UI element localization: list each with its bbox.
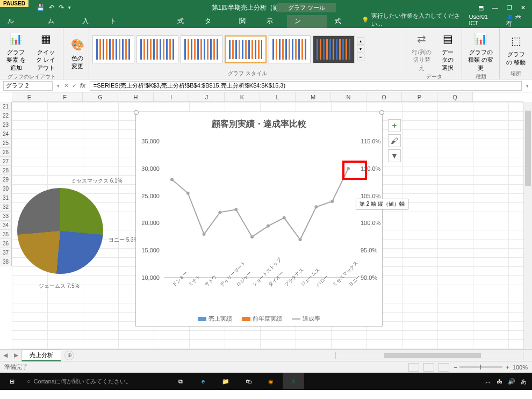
row-header[interactable]: 28 (0, 166, 12, 175)
row-header[interactable]: 22 (0, 111, 12, 120)
move-chart-button[interactable]: ⬚グラフの 移動 (503, 31, 529, 67)
add-chart-element-button[interactable]: 📊グラフ要素 を追加 (3, 29, 28, 72)
row-header[interactable]: 26 (0, 148, 12, 157)
col-header[interactable]: O (366, 92, 402, 101)
task-view-icon[interactable]: ⧉ (170, 373, 191, 389)
style-thumb[interactable] (269, 35, 311, 63)
zoom-out-icon[interactable]: − (454, 364, 457, 371)
explorer-icon[interactable]: 📁 (215, 373, 236, 389)
row-header[interactable]: 35 (0, 230, 12, 239)
quick-layout-button[interactable]: ▦クイック レイアウト (32, 29, 60, 72)
gallery-up-icon[interactable]: ▴ (357, 38, 364, 45)
view-pagebreak-button[interactable] (438, 363, 449, 372)
col-header[interactable]: K (225, 92, 260, 101)
row-header[interactable]: 34 (0, 221, 12, 230)
row-header[interactable]: 36 (0, 239, 12, 248)
row-header[interactable]: 27 (0, 157, 12, 166)
tray-network-icon[interactable]: 🖧 (497, 378, 502, 385)
col-header[interactable]: I (154, 92, 189, 101)
col-header[interactable]: N (331, 92, 366, 101)
row-header[interactable]: 30 (0, 184, 12, 193)
combo-chart[interactable]: 顧客別実績・達成率比較 10,00015,00020,00025,00030,0… (135, 112, 383, 327)
gallery-down-icon[interactable]: ▾ (357, 46, 364, 53)
zoom-slider[interactable]: − ＋ 100% (454, 363, 528, 371)
change-chart-type-button[interactable]: 📊グラフの種類 の変更 (465, 29, 496, 72)
qat-undo-icon[interactable]: ↶ (49, 4, 54, 11)
excel-taskbar-icon[interactable]: X (283, 373, 304, 389)
close-button[interactable]: ✕ (521, 4, 526, 11)
chart-styles-button[interactable]: 🖌 (388, 134, 401, 147)
row-header[interactable]: 23 (0, 120, 12, 129)
col-header[interactable]: G (83, 92, 118, 101)
col-header[interactable]: L (260, 92, 296, 101)
view-layout-button[interactable] (423, 363, 434, 372)
row-header[interactable]: 33 (0, 212, 12, 221)
chart-title[interactable]: 顧客別実績・達成率比較 (136, 112, 382, 136)
chart-elements-button[interactable]: ＋ (388, 119, 401, 132)
ribbon-display-icon[interactable]: ⬒ (478, 4, 484, 11)
style-thumb-selected[interactable] (225, 35, 267, 63)
add-sheet-button[interactable]: ⊕ (64, 351, 74, 360)
style-thumb[interactable] (92, 35, 134, 63)
y-axis[interactable]: 10,00015,00020,00025,00030,00035,000 (136, 141, 162, 278)
row-header[interactable]: 32 (0, 202, 12, 212)
gallery-more-icon[interactable]: ≡ (357, 54, 364, 61)
name-box[interactable] (3, 81, 53, 91)
chart-filters-button[interactable]: ▼ (388, 149, 401, 162)
col-header[interactable]: H (118, 92, 154, 101)
sheet-tab-active[interactable]: 売上分析 (21, 350, 61, 361)
view-normal-button[interactable] (408, 363, 419, 372)
horizontal-scrollbar[interactable] (335, 352, 523, 359)
cancel-formula-icon[interactable]: ✕ (64, 82, 69, 89)
pie-chart[interactable] (17, 188, 103, 274)
enter-formula-icon[interactable]: ✓ (72, 82, 77, 89)
change-colors-button[interactable]: 🎨色の 変更 (67, 35, 88, 71)
tray-ime[interactable]: あ (521, 378, 527, 386)
switch-row-col-button[interactable]: ⇄行/列の 切り替え (409, 29, 434, 72)
sheet-nav-prev-icon[interactable]: ◀ (0, 352, 11, 359)
col-header[interactable]: M (296, 92, 331, 101)
qat-redo-icon[interactable]: ↷ (59, 4, 64, 11)
tray-up-icon[interactable]: ︿ (485, 378, 491, 386)
qat-more-icon[interactable]: ▾ (68, 5, 71, 10)
row-header[interactable]: 25 (0, 139, 12, 148)
row-header[interactable]: 21 (0, 102, 12, 111)
formula-bar[interactable] (90, 81, 522, 91)
store-icon[interactable]: 🛍 (238, 373, 259, 389)
qat-save-icon[interactable]: 💾 (37, 4, 45, 11)
col-header[interactable]: F (47, 92, 83, 101)
style-thumb[interactable] (181, 35, 222, 63)
row-header[interactable]: 38 (0, 257, 12, 266)
chart-line-series[interactable] (164, 141, 356, 278)
restore-button[interactable]: ❐ (507, 4, 512, 11)
app-icon[interactable]: ◉ (260, 373, 282, 389)
start-button[interactable]: ⊞ (1, 373, 23, 389)
vertical-scrollbar[interactable] (523, 102, 532, 349)
tell-me-box[interactable]: 💡 実行したい作業を入力してください... (362, 12, 469, 28)
tray-volume-icon[interactable]: 🔊 (508, 378, 515, 385)
group-label-location: 場所 (503, 69, 529, 78)
col-header[interactable]: E (12, 92, 47, 101)
group-label-type: 種類 (465, 72, 496, 81)
style-thumb[interactable] (313, 35, 355, 63)
fx-icon[interactable]: fx (80, 82, 85, 89)
col-header[interactable]: P (402, 92, 437, 101)
cortana-search[interactable]: ○ Cortanaに何か聞いてみてください。 (24, 378, 169, 386)
minimize-button[interactable]: — (492, 4, 498, 11)
x-axis[interactable]: ドンキーミナトサトウデイリーマートロジャーショートストップダイオープラタナスジェ… (164, 278, 356, 307)
row-header[interactable]: 31 (0, 193, 12, 202)
col-header[interactable]: Q (437, 92, 473, 101)
style-thumb[interactable] (136, 35, 178, 63)
row-header[interactable]: 24 (0, 129, 12, 139)
select-data-button[interactable]: ▤データの 選択 (437, 29, 458, 72)
row-header[interactable]: 37 (0, 248, 12, 257)
chart-styles-gallery[interactable]: ▴▾≡ (92, 29, 402, 69)
zoom-in-icon[interactable]: ＋ (505, 363, 511, 371)
user-label[interactable]: User01 ICT (469, 13, 499, 26)
edge-icon[interactable]: e (192, 373, 214, 389)
col-header[interactable]: J (189, 92, 225, 101)
row-header[interactable]: 29 (0, 175, 12, 184)
zoom-level[interactable]: 100% (513, 364, 528, 371)
chart-legend[interactable]: 売上実績 前年度実績 達成率 (136, 315, 382, 323)
sheet-nav-next-icon[interactable]: ▶ (11, 352, 21, 359)
